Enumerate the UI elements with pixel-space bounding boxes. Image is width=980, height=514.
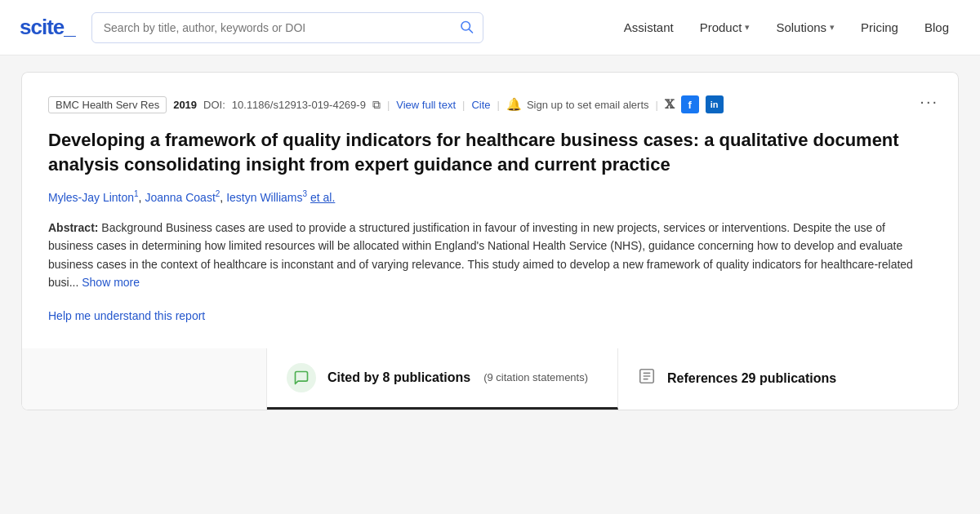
alert-text: Sign up to set email alerts: [527, 99, 649, 111]
search-icon: [459, 19, 474, 36]
social-icons: 𝕏 f in: [665, 95, 724, 113]
bell-icon: 🔔: [506, 97, 522, 112]
references-box[interactable]: References 29 publications: [618, 348, 958, 410]
paper-card: ··· BMC Health Serv Res 2019 DOI: 10.118…: [21, 72, 959, 410]
facebook-icon[interactable]: f: [681, 95, 699, 113]
author-3-link[interactable]: Iestyn Williams3: [226, 191, 307, 204]
nav-item-product[interactable]: Product ▾: [688, 14, 762, 41]
solutions-chevron-icon: ▾: [830, 22, 835, 33]
alert-section: 🔔 Sign up to set email alerts: [506, 97, 649, 112]
search-input[interactable]: [91, 12, 483, 43]
twitter-icon[interactable]: 𝕏: [665, 97, 675, 112]
paper-details: ··· BMC Health Serv Res 2019 DOI: 10.118…: [21, 72, 959, 348]
author-1-link[interactable]: Myles-Jay Linton1: [48, 191, 139, 204]
cited-by-box[interactable]: Cited by 8 publications (9 citation stat…: [267, 348, 618, 410]
authors: Myles-Jay Linton1, Joanna Coast2, Iestyn…: [48, 189, 932, 204]
author-2-link[interactable]: Joanna Coast2: [145, 191, 220, 204]
help-link[interactable]: Help me understand this report: [48, 309, 205, 322]
search-wrapper: [91, 12, 483, 43]
main-nav: Assistant Product ▾ Solutions ▾ Pricing …: [612, 14, 960, 41]
nav-item-pricing[interactable]: Pricing: [849, 14, 910, 41]
paper-meta: BMC Health Serv Res 2019 DOI: 10.1186/s1…: [48, 95, 932, 113]
references-icon: [638, 367, 656, 390]
separator-2: |: [462, 99, 465, 111]
copy-doi-icon[interactable]: ⧉: [372, 98, 381, 112]
references-text: References 29 publications: [667, 371, 836, 386]
et-al-link[interactable]: et al.: [310, 191, 335, 204]
product-chevron-icon: ▾: [745, 22, 750, 33]
abstract: Abstract: Background Business cases are …: [48, 219, 932, 292]
main-content: ··· BMC Health Serv Res 2019 DOI: 10.118…: [8, 72, 972, 410]
author-3-sup: 3: [303, 189, 308, 198]
citation-statements-text: (9 citation statements): [483, 371, 588, 383]
linkedin-icon[interactable]: in: [706, 95, 724, 113]
nav-item-blog[interactable]: Blog: [913, 14, 960, 41]
abstract-text: Background Business cases are used to pr…: [48, 221, 913, 289]
more-options-button[interactable]: ···: [920, 92, 938, 111]
separator-3: |: [497, 99, 500, 111]
view-full-text-link[interactable]: View full text: [396, 99, 456, 111]
separator-1: |: [387, 99, 390, 111]
stats-spacer: [22, 348, 267, 410]
publication-year: 2019: [173, 99, 197, 111]
nav-item-assistant[interactable]: Assistant: [612, 14, 685, 41]
paper-title: Developing a framework of quality indica…: [48, 128, 932, 176]
doi-value: 10.1186/s12913-019-4269-9: [232, 99, 366, 111]
journal-badge: BMC Health Serv Res: [48, 96, 167, 113]
header: scite_ Assistant Product ▾ Solutions ▾ P…: [0, 0, 980, 55]
abstract-label: Abstract:: [48, 221, 98, 234]
stats-row: Cited by 8 publications (9 citation stat…: [21, 348, 959, 410]
show-more-link[interactable]: Show more: [82, 276, 140, 289]
cited-by-text: Cited by 8 publications: [327, 370, 470, 385]
logo[interactable]: scite_: [20, 15, 75, 40]
doi-label: DOI:: [203, 99, 225, 111]
cite-link[interactable]: Cite: [471, 99, 490, 111]
cited-by-icon: [287, 363, 316, 392]
author-1-sup: 1: [134, 189, 139, 198]
svg-line-1: [469, 29, 472, 32]
separator-4: |: [656, 99, 658, 111]
author-2-sup: 2: [216, 189, 220, 198]
nav-item-solutions[interactable]: Solutions ▾: [764, 14, 846, 41]
